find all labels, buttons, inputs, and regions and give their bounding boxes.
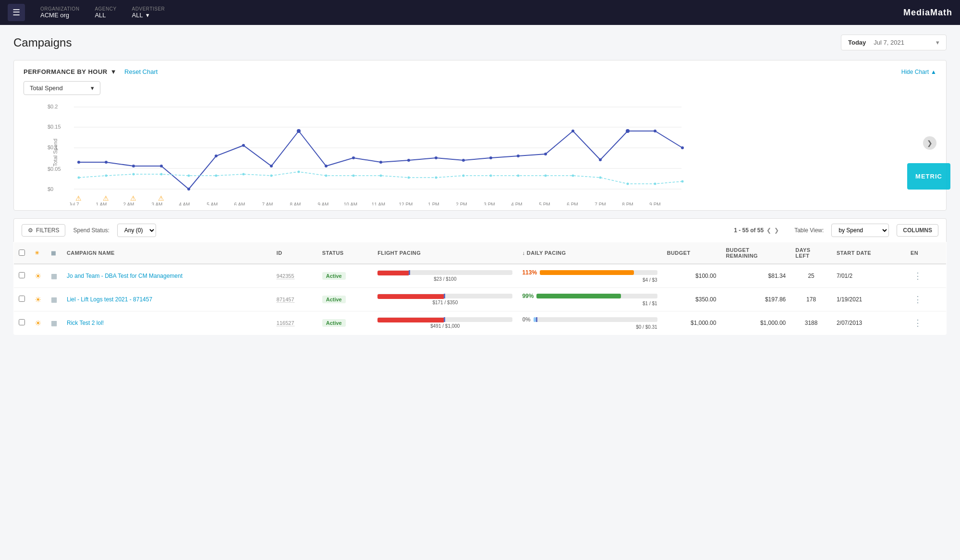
bar-chart-icon[interactable]: ▦: [51, 319, 57, 327]
chevron-down-icon: ▾: [91, 84, 94, 92]
svg-point-30: [599, 158, 602, 161]
bar-chart-icon[interactable]: ▦: [51, 296, 57, 303]
chart-line-series1: [79, 131, 682, 189]
svg-text:1 PM: 1 PM: [428, 202, 439, 205]
row-select-checkbox[interactable]: [19, 319, 25, 325]
sun-icon: ☀: [35, 319, 41, 327]
svg-point-16: [215, 155, 218, 157]
th-id[interactable]: ID: [272, 242, 317, 264]
row-menu-button[interactable]: ⋮: [911, 270, 925, 282]
svg-point-26: [489, 156, 492, 159]
advertiser-value[interactable]: ALL ▾: [132, 12, 165, 19]
metric-dropdown[interactable]: Total Spend ▾: [24, 81, 100, 95]
row-menu-button[interactable]: ⋮: [911, 317, 925, 329]
campaign-id: 871457: [277, 297, 294, 303]
daily-pacing-cell: 113% $4 / $3: [517, 264, 662, 288]
campaign-name-link[interactable]: Jo and Team - DBA Test for CM Management: [67, 273, 182, 279]
row-menu-button[interactable]: ⋮: [911, 293, 925, 306]
svg-text:9 PM: 9 PM: [649, 202, 660, 205]
start-date-cell: 7/01/2: [832, 264, 906, 288]
date-value: Jul 7, 2021: [874, 39, 904, 46]
table-view-label: Table View:: [794, 227, 824, 234]
svg-point-47: [435, 177, 437, 179]
table-view-select[interactable]: by Spend: [831, 224, 889, 237]
page-title: Campaigns: [13, 36, 72, 49]
bar-chart-icon[interactable]: ▦: [51, 272, 57, 280]
hide-chart-button[interactable]: Hide Chart ▲: [901, 69, 936, 75]
svg-point-33: [681, 146, 684, 149]
chart-line-series2: [79, 172, 682, 184]
filters-button[interactable]: ⚙ FILTERS: [22, 224, 65, 237]
svg-point-37: [160, 173, 163, 176]
th-budget-remaining[interactable]: BUDGETREMAINING: [721, 242, 790, 264]
columns-button[interactable]: COLUMNS: [897, 224, 938, 237]
metric-overlay: METRIC: [907, 163, 950, 190]
th-campaign-name[interactable]: CAMPAIGN NAME: [62, 242, 272, 264]
budget-cell: $350.00: [662, 288, 721, 311]
svg-text:2 AM: 2 AM: [123, 202, 134, 205]
chevron-down-icon: ▾: [146, 12, 149, 19]
svg-text:Jul 7: Jul 7: [69, 202, 79, 205]
svg-point-11: [77, 161, 80, 164]
svg-text:Total Spend: Total Spend: [52, 139, 58, 167]
th-status[interactable]: STATUS: [317, 242, 373, 264]
th-flight-pacing[interactable]: FLIGHT PACING: [373, 242, 517, 264]
filters-label: FILTERS: [36, 227, 59, 234]
svg-point-21: [352, 156, 355, 159]
svg-text:9 AM: 9 AM: [318, 202, 329, 205]
sun-icon: ☀: [35, 250, 39, 256]
row-sun-icon-cell: ☀: [30, 311, 46, 335]
flight-pacing-cell: $23 / $100: [373, 264, 517, 288]
date-picker-button[interactable]: Today Jul 7, 2021 ▾: [841, 35, 947, 50]
svg-point-56: [681, 180, 684, 183]
reset-chart-button[interactable]: Reset Chart: [124, 68, 158, 75]
agency-group: AGENCY ALL: [95, 6, 116, 19]
svg-text:10 AM: 10 AM: [344, 202, 357, 205]
campaign-name-link[interactable]: Liel - Lift Logs test 2021 - 871457: [67, 296, 152, 303]
th-days-left[interactable]: DAYSLEFT: [790, 242, 832, 264]
agency-label: AGENCY: [95, 6, 116, 12]
th-start-date[interactable]: START DATE: [832, 242, 906, 264]
svg-point-31: [626, 129, 630, 133]
pagination-count: 1 - 55 of 55: [734, 227, 764, 234]
svg-text:12 PM: 12 PM: [399, 202, 413, 205]
svg-point-32: [654, 130, 656, 132]
pagination-prev-button[interactable]: ❮: [766, 227, 771, 234]
svg-text:5 PM: 5 PM: [539, 202, 550, 205]
pagination-next-button[interactable]: ❯: [774, 227, 779, 234]
svg-text:7 PM: 7 PM: [595, 202, 606, 205]
select-all-checkbox[interactable]: [19, 250, 25, 256]
svg-text:7 AM: 7 AM: [262, 202, 273, 205]
svg-point-43: [325, 175, 328, 177]
spend-status-select[interactable]: Any (0): [117, 224, 156, 237]
agency-value: ALL: [95, 12, 116, 19]
campaign-id-cell: 116527: [272, 311, 317, 335]
row-select-checkbox[interactable]: [19, 272, 25, 278]
campaign-name-link[interactable]: Rick Test 2 lol!: [67, 320, 104, 326]
campaign-table-body: ☀ ▦ Jo and Team - DBA Test for CM Manage…: [14, 264, 947, 335]
th-icon1: ☀: [30, 242, 46, 264]
budget-remaining-cell: $1,000.00: [721, 311, 790, 335]
chart-section: PERFORMANCE BY HOUR ▼ Reset Chart Hide C…: [13, 60, 947, 211]
campaign-status-cell: Active: [317, 288, 373, 311]
page-content: Campaigns Today Jul 7, 2021 ▾ PERFORMANC…: [0, 25, 960, 345]
svg-text:8 AM: 8 AM: [290, 202, 301, 205]
chart-scroll-right-button[interactable]: ❯: [923, 136, 936, 150]
th-daily-pacing[interactable]: ↓ DAILY PACING: [517, 242, 662, 264]
end-date-cell: ⋮: [906, 288, 947, 311]
row-select-checkbox[interactable]: [19, 296, 25, 302]
svg-point-25: [462, 159, 465, 162]
svg-point-38: [188, 175, 190, 177]
chart-top-left: PERFORMANCE BY HOUR ▼ Reset Chart: [24, 68, 158, 75]
svg-point-49: [490, 175, 492, 177]
svg-point-35: [105, 175, 108, 177]
chevron-up-icon: ▲: [931, 69, 936, 75]
svg-point-42: [298, 171, 300, 173]
org-label: ORGANIZATION: [40, 6, 79, 12]
th-budget[interactable]: BUDGET: [662, 242, 721, 264]
svg-point-39: [215, 175, 218, 177]
campaign-id: 942355: [277, 273, 294, 279]
hamburger-menu-button[interactable]: ☰: [8, 4, 25, 21]
svg-text:6 AM: 6 AM: [234, 202, 245, 205]
org-value: ACME org: [40, 12, 79, 19]
